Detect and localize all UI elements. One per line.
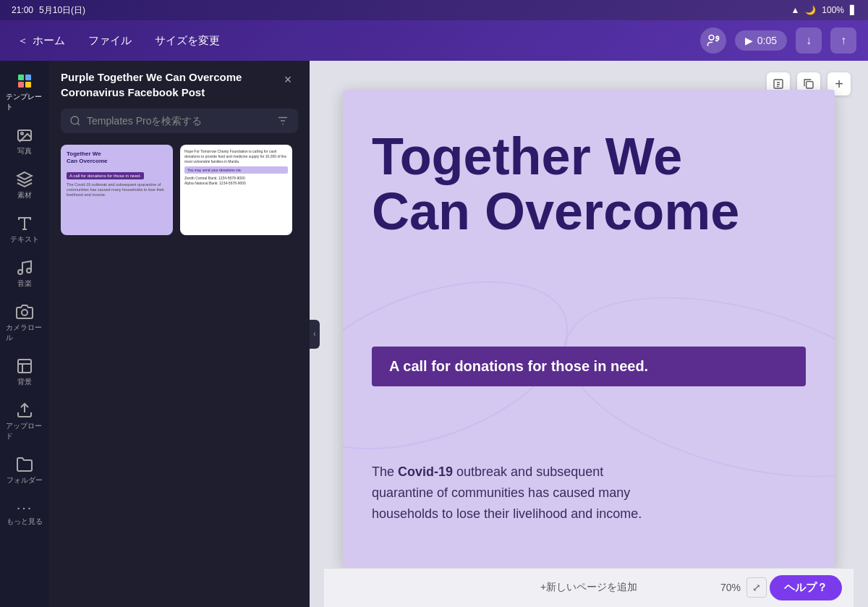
tmpl2-lines: Zenith Central Bank: 1234-5678-9000Alpha…: [184, 176, 288, 186]
sidebar-icons: テンプレート 写真 素材 テキスト 音楽: [0, 61, 49, 607]
duplicate-icon: [803, 78, 814, 90]
canvas-body-text: The Covid-19 outbreak and subsequent qua…: [372, 462, 642, 524]
canvas-main-title: Together WeCan Overcome: [372, 130, 739, 239]
nav-right: ▶ 0:05 ↓ ↑: [700, 27, 856, 54]
sidebar-item-music[interactable]: 音楽: [3, 253, 46, 294]
chevron-left-icon: ＜: [17, 34, 28, 48]
template-card-2[interactable]: Hope For Tomorrow Charity Foundation is …: [180, 145, 292, 235]
canvas-badge: A call for donations for those in need.: [372, 347, 806, 386]
search-input[interactable]: [87, 115, 271, 127]
svg-point-0: [709, 35, 714, 41]
svg-rect-2: [18, 75, 24, 80]
sidebar-item-photo[interactable]: 写真: [3, 121, 46, 162]
filter-icon[interactable]: [276, 114, 289, 127]
text-label: テキスト: [10, 234, 39, 245]
tmpl1-badge: A call for donations for those in need.: [67, 172, 144, 179]
element-icon: [16, 171, 33, 188]
add-page-button[interactable]: +新しいページを追加: [526, 575, 652, 600]
share-button[interactable]: ↑: [830, 27, 856, 54]
zoom-level: 70%: [720, 582, 741, 593]
expand-button[interactable]: ⤢: [746, 577, 767, 598]
wifi-icon: ▲: [791, 5, 799, 15]
panel-close-button[interactable]: ×: [278, 69, 298, 90]
nav-left: ＜ ホーム ファイル サイズを変更: [12, 30, 226, 52]
svg-rect-4: [18, 82, 24, 88]
tmpl2-heading: Hope For Tomorrow Charity Foundation is …: [184, 149, 288, 164]
sidebar-item-text[interactable]: テキスト: [3, 209, 46, 250]
sidebar-item-upload[interactable]: アップロード: [3, 396, 46, 447]
background-label: 背景: [17, 377, 32, 387]
more-label: もっと見る: [7, 517, 43, 527]
background-icon: [16, 357, 33, 375]
text-icon: [16, 215, 33, 232]
sidebar-item-template[interactable]: テンプレート: [3, 67, 46, 118]
plus-icon: +: [835, 76, 843, 93]
svg-point-1: [716, 36, 718, 38]
template-icon: [16, 72, 33, 90]
collaborate-button[interactable]: [700, 27, 726, 54]
camera-icon: [16, 303, 33, 321]
svg-point-10: [22, 310, 27, 315]
more-dots-icon: ···: [17, 500, 33, 514]
status-right: ▲ 🌙 100% ▋: [791, 5, 856, 15]
home-button[interactable]: ＜ ホーム: [12, 30, 71, 52]
svg-rect-11: [18, 360, 31, 373]
canvas-bold-covid: Covid-19: [398, 464, 453, 479]
play-button[interactable]: ▶ 0:05: [735, 30, 787, 51]
svg-point-9: [27, 268, 31, 273]
music-icon: [16, 259, 33, 276]
play-icon: ▶: [745, 35, 753, 46]
main-layout: テンプレート 写真 素材 テキスト 音楽: [0, 61, 868, 607]
file-label: ファイル: [88, 34, 132, 48]
design-canvas[interactable]: Together WeCan Overcome A call for donat…: [343, 90, 835, 568]
zoom-control: 70% ⤢: [720, 577, 767, 598]
panel-header: Purple Together We Can Overcome Coronavi…: [49, 61, 310, 109]
file-button[interactable]: ファイル: [82, 30, 137, 52]
play-time: 0:05: [757, 35, 777, 46]
nav-bar: ＜ ホーム ファイル サイズを変更 ▶ 0:05 ↓ ↑: [0, 20, 868, 61]
sidebar-item-camera[interactable]: カメラロール: [3, 297, 46, 349]
svg-point-13: [71, 116, 79, 124]
expand-icon: ⤢: [752, 582, 761, 593]
template-grid: Together WeCan Overcome A call for donat…: [49, 142, 310, 238]
status-left: 21:00 5月10日(日): [12, 4, 85, 17]
resize-label: サイズを変更: [155, 34, 220, 48]
sidebar-item-more[interactable]: ··· もっと見る: [3, 494, 46, 532]
panel-collapse-handle[interactable]: ‹: [310, 320, 320, 349]
template-label: テンプレート: [6, 92, 43, 112]
tmpl2-badge: You may send your donations via:: [184, 166, 288, 174]
template-card-1[interactable]: Together WeCan Overcome A call for donat…: [61, 145, 173, 235]
help-label: ヘルプ？: [784, 581, 827, 593]
notes-icon: [773, 78, 784, 90]
music-label: 音楽: [17, 279, 32, 289]
add-page-label: +新しいページを追加: [540, 581, 637, 593]
svg-line-14: [77, 123, 80, 125]
svg-rect-3: [25, 75, 31, 80]
date: 5月10日(日): [39, 4, 85, 17]
upload-icon: [16, 402, 33, 419]
sidebar-item-element[interactable]: 素材: [3, 165, 46, 206]
sidebar-item-background[interactable]: 背景: [3, 352, 46, 393]
upload-label: アップロード: [6, 421, 43, 441]
template-panel: Purple Together We Can Overcome Coronavi…: [49, 61, 310, 607]
svg-point-7: [21, 132, 23, 135]
resize-button[interactable]: サイズを変更: [149, 30, 226, 52]
bottom-bar: +新しいページを追加 70% ⤢ ヘルプ？: [324, 568, 854, 607]
download-button[interactable]: ↓: [796, 27, 822, 54]
battery-label: 100%: [822, 5, 844, 15]
svg-rect-19: [807, 82, 813, 88]
canvas-badge-text: A call for donations for those in need.: [389, 358, 648, 374]
share-icon: ↑: [841, 34, 846, 47]
svg-point-8: [18, 270, 22, 274]
tmpl1-text: The Covid-19 outbreak and subsequent qua…: [67, 182, 167, 198]
search-icon: [69, 115, 81, 127]
folder-label: フォルダー: [7, 475, 43, 485]
sidebar-item-folder[interactable]: フォルダー: [3, 450, 46, 491]
photo-icon: [16, 127, 33, 144]
tmpl1-title: Together WeCan Overcome: [67, 150, 167, 164]
camera-label: カメラロール: [6, 323, 43, 343]
help-button[interactable]: ヘルプ？: [770, 575, 842, 600]
canvas-area: + Together WeCan Overcome A call for don…: [310, 61, 868, 607]
collaborate-icon: [706, 33, 720, 48]
status-bar: 21:00 5月10日(日) ▲ 🌙 100% ▋: [0, 0, 868, 20]
